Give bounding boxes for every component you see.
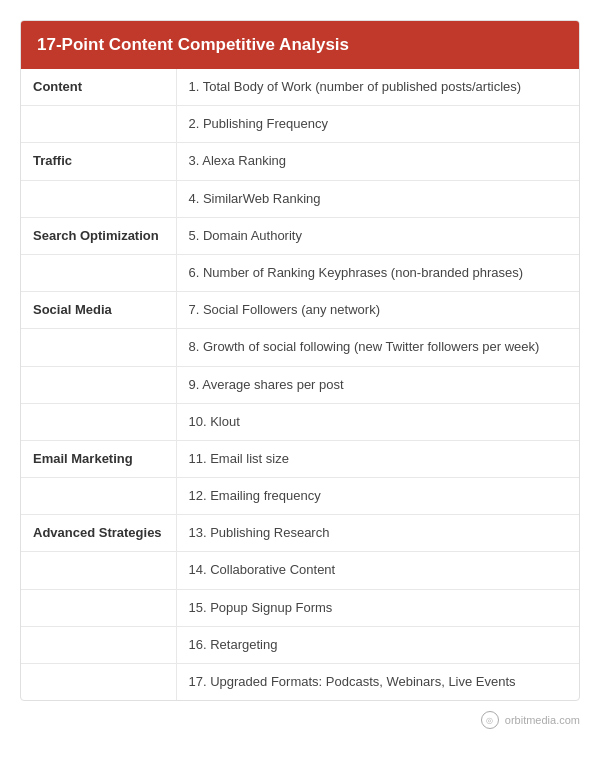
- category-cell: [21, 403, 176, 440]
- category-cell: [21, 106, 176, 143]
- table-row: 6. Number of Ranking Keyphrases (non-bra…: [21, 254, 579, 291]
- category-cell: Email Marketing: [21, 440, 176, 477]
- item-cell: 12. Emailing frequency: [176, 478, 579, 515]
- item-cell: 3. Alexa Ranking: [176, 143, 579, 180]
- category-cell: Traffic: [21, 143, 176, 180]
- item-cell: 15. Popup Signup Forms: [176, 589, 579, 626]
- category-cell: Search Optimization: [21, 217, 176, 254]
- table-row: 2. Publishing Frequency: [21, 106, 579, 143]
- item-cell: 6. Number of Ranking Keyphrases (non-bra…: [176, 254, 579, 291]
- category-cell: [21, 329, 176, 366]
- item-cell: 17. Upgraded Formats: Podcasts, Webinars…: [176, 664, 579, 701]
- table-row: 15. Popup Signup Forms: [21, 589, 579, 626]
- category-cell: [21, 552, 176, 589]
- table-row: Email Marketing11. Email list size: [21, 440, 579, 477]
- item-cell: 10. Klout: [176, 403, 579, 440]
- table-row: 14. Collaborative Content: [21, 552, 579, 589]
- item-cell: 7. Social Followers (any network): [176, 292, 579, 329]
- item-cell: 1. Total Body of Work (number of publish…: [176, 69, 579, 106]
- table-row: 8. Growth of social following (new Twitt…: [21, 329, 579, 366]
- category-cell: Content: [21, 69, 176, 106]
- item-cell: 5. Domain Authority: [176, 217, 579, 254]
- category-cell: Social Media: [21, 292, 176, 329]
- category-cell: [21, 254, 176, 291]
- table-row: Search Optimization5. Domain Authority: [21, 217, 579, 254]
- card-header: 17-Point Content Competitive Analysis: [21, 21, 579, 69]
- item-cell: 9. Average shares per post: [176, 366, 579, 403]
- category-cell: [21, 180, 176, 217]
- category-cell: Advanced Strategies: [21, 515, 176, 552]
- card-title: 17-Point Content Competitive Analysis: [37, 35, 563, 55]
- table-row: 16. Retargeting: [21, 626, 579, 663]
- orbit-icon: [481, 711, 499, 729]
- category-cell: [21, 626, 176, 663]
- item-cell: 14. Collaborative Content: [176, 552, 579, 589]
- table-row: 9. Average shares per post: [21, 366, 579, 403]
- table-row: 10. Klout: [21, 403, 579, 440]
- item-cell: 2. Publishing Frequency: [176, 106, 579, 143]
- item-cell: 16. Retargeting: [176, 626, 579, 663]
- footer-text: orbitmedia.com: [505, 714, 580, 726]
- footer: orbitmedia.com: [20, 701, 580, 733]
- table-row: 4. SimilarWeb Ranking: [21, 180, 579, 217]
- item-cell: 4. SimilarWeb Ranking: [176, 180, 579, 217]
- category-cell: [21, 664, 176, 701]
- category-cell: [21, 589, 176, 626]
- table-row: Traffic3. Alexa Ranking: [21, 143, 579, 180]
- item-cell: 13. Publishing Research: [176, 515, 579, 552]
- main-card: 17-Point Content Competitive Analysis Co…: [20, 20, 580, 701]
- table-row: 17. Upgraded Formats: Podcasts, Webinars…: [21, 664, 579, 701]
- category-cell: [21, 366, 176, 403]
- item-cell: 8. Growth of social following (new Twitt…: [176, 329, 579, 366]
- content-table: Content1. Total Body of Work (number of …: [21, 69, 579, 700]
- table-row: Advanced Strategies13. Publishing Resear…: [21, 515, 579, 552]
- table-row: Social Media7. Social Followers (any net…: [21, 292, 579, 329]
- category-cell: [21, 478, 176, 515]
- item-cell: 11. Email list size: [176, 440, 579, 477]
- table-row: 12. Emailing frequency: [21, 478, 579, 515]
- table-row: Content1. Total Body of Work (number of …: [21, 69, 579, 106]
